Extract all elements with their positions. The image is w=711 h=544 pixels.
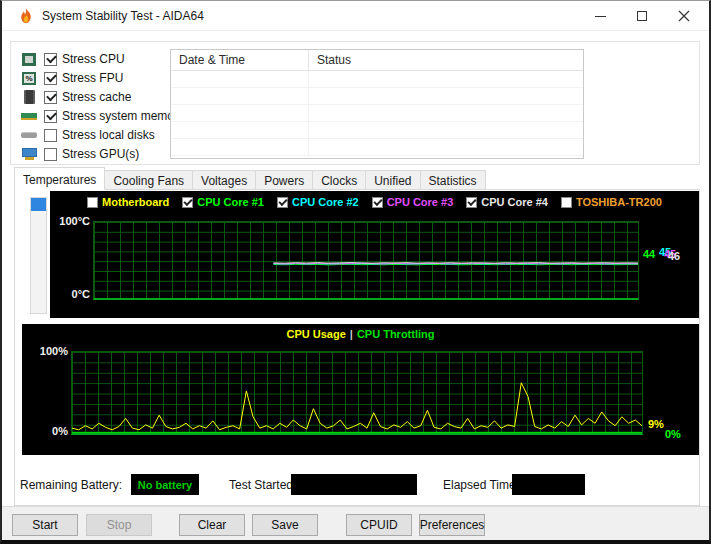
stress-option-cache[interactable]: Stress cache [20,88,184,106]
stress-cache-checkbox[interactable] [44,91,57,104]
battery-status-value: No battery [138,479,192,491]
stress-options-list: Stress CPU % Stress FPU Stress cache Str… [20,50,184,164]
tab-bar: Temperatures Cooling Fans Voltages Power… [14,167,486,190]
legend-cpu-core-4[interactable]: CPU Core #4 [466,196,548,208]
stress-option-disks[interactable]: Stress local disks [20,126,184,144]
usage-axis-min-label: 0% [44,425,68,437]
minimize-icon [595,16,606,17]
gpu-icon [20,146,38,162]
window-controls [579,1,705,31]
stress-option-cpu[interactable]: Stress CPU [20,50,184,68]
legend-motherboard-label: Motherboard [102,196,169,208]
stress-disks-label: Stress local disks [62,128,155,142]
usage-chart-lines [72,352,642,433]
table-row [171,88,583,105]
remaining-battery-value-box: No battery [131,474,199,495]
temperature-plot-area [93,221,639,300]
stress-memory-checkbox[interactable] [44,110,57,123]
window-title: System Stability Test - AIDA64 [42,9,204,23]
legend-cpu-core-2[interactable]: CPU Core #2 [277,196,359,208]
app-flame-icon [17,7,35,25]
event-log-table[interactable]: Date & Time Status [170,49,584,159]
close-button[interactable] [663,1,705,31]
test-started-label: Test Started: [229,478,296,492]
legend-toshiba-tr200-label: TOSHIBA-TR200 [576,196,662,208]
legend-motherboard-checkbox[interactable] [87,197,98,208]
test-started-value-box [291,474,417,495]
legend-cpu-core-3[interactable]: CPU Core #3 [372,196,454,208]
legend-cpu-core-3-checkbox[interactable] [372,197,383,208]
stress-option-memory[interactable]: Stress system memory [20,107,184,125]
cpu-icon [20,51,38,67]
close-icon [678,10,690,22]
legend-toshiba-tr200[interactable]: TOSHIBA-TR200 [561,196,662,208]
legend-cpu-core-4-checkbox[interactable] [466,197,477,208]
column-status[interactable]: Status [309,50,583,70]
cpu-usage-title: CPU Usage [287,328,346,340]
column-date-time[interactable]: Date & Time [171,50,309,70]
scrollbar-thumb[interactable] [31,198,46,211]
legend-cpu-core-2-label: CPU Core #2 [292,196,359,208]
start-button[interactable]: Start [12,514,78,536]
legend-motherboard[interactable]: Motherboard [87,196,169,208]
stress-fpu-label: Stress FPU [62,71,123,85]
stress-cpu-label: Stress CPU [62,52,125,66]
stress-memory-label: Stress system memory [62,109,184,123]
cpuid-button[interactable]: CPUID [346,514,412,536]
cpu-usage-graph-panel: CPU Usage|CPU Throttling 100% 0% 9% 0% [22,324,699,455]
usage-plot-area [71,351,643,435]
legend-cpu-core-3-label: CPU Core #3 [387,196,454,208]
tab-clocks[interactable]: Clocks [313,170,366,190]
tab-unified[interactable]: Unified [366,170,420,190]
stress-gpu-label: Stress GPU(s) [62,147,139,161]
stress-option-gpu[interactable]: Stress GPU(s) [20,145,184,163]
preferences-button[interactable]: Preferences [419,514,485,536]
elapsed-time-label: Elapsed Time: [443,478,519,492]
temperature-scrollbar[interactable] [30,197,47,314]
temperatures-tab-panel: Motherboard CPU Core #1 CPU Core #2 CPU … [14,189,700,506]
stop-button[interactable]: Stop [86,514,152,536]
temp-current-core4: 46 [668,250,680,262]
stress-cpu-checkbox[interactable] [44,53,57,66]
title-separator: | [346,328,357,340]
remaining-battery-label: Remaining Battery: [20,478,122,492]
button-strip: Start Stop Clear Save CPUID Preferences [2,506,709,540]
elapsed-time-value-box [512,474,585,495]
legend-toshiba-tr200-checkbox[interactable] [561,197,572,208]
legend-cpu-core-1-checkbox[interactable] [182,197,193,208]
table-row [171,105,583,122]
stress-cache-label: Stress cache [62,90,131,104]
table-row [171,139,583,156]
throttling-current-value: 0% [665,428,681,440]
temperature-chart-lines [94,222,638,298]
maximize-button[interactable] [621,1,663,31]
memory-icon [20,108,38,124]
clear-button[interactable]: Clear [179,514,245,536]
tab-cooling-fans[interactable]: Cooling Fans [105,170,193,190]
table-row [171,122,583,139]
save-button[interactable]: Save [252,514,318,536]
stress-fpu-checkbox[interactable] [44,72,57,85]
app-window: System Stability Test - AIDA64 Stress CP… [0,0,711,544]
temp-axis-min-label: 0°C [66,288,90,300]
tab-statistics[interactable]: Statistics [421,170,486,190]
tab-voltages[interactable]: Voltages [193,170,256,190]
temperature-legend: Motherboard CPU Core #1 CPU Core #2 CPU … [50,196,699,208]
title-bar: System Stability Test - AIDA64 [2,1,709,31]
legend-cpu-core-1-label: CPU Core #1 [197,196,264,208]
event-log-header: Date & Time Status [171,50,583,71]
tab-temperatures[interactable]: Temperatures [14,167,105,190]
stress-option-fpu[interactable]: % Stress FPU [20,69,184,87]
usage-current-value: 9% [648,418,664,430]
temperature-graph-panel: Motherboard CPU Core #1 CPU Core #2 CPU … [50,191,699,318]
legend-cpu-core-1[interactable]: CPU Core #1 [182,196,264,208]
disk-icon [20,127,38,143]
cache-icon [20,89,38,105]
tab-powers[interactable]: Powers [256,170,313,190]
stress-disks-checkbox[interactable] [44,129,57,142]
legend-cpu-core-2-checkbox[interactable] [277,197,288,208]
fpu-icon: % [20,70,38,86]
cpu-throttling-title: CPU Throttling [357,328,435,340]
stress-gpu-checkbox[interactable] [44,148,57,161]
minimize-button[interactable] [579,1,621,31]
